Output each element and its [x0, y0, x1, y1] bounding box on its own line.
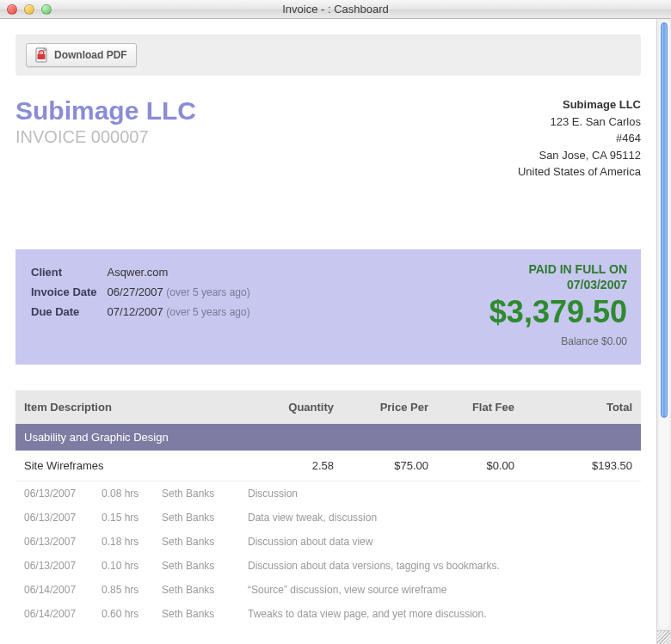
- download-pdf-label: Download PDF: [54, 49, 127, 61]
- window-controls: [0, 4, 52, 15]
- entry-date: 06/13/2007: [24, 560, 102, 572]
- entry-date: 06/14/2007: [24, 584, 102, 596]
- company-name: Subimage LLC: [15, 96, 196, 126]
- items-header: Item Description Quantity Price Per Flat…: [15, 390, 641, 424]
- scroll-thumb[interactable]: [661, 22, 668, 418]
- item-total: $193.50: [514, 459, 632, 472]
- entry-person: Seth Banks: [162, 584, 248, 596]
- resize-grip[interactable]: [657, 630, 671, 644]
- due-date-value: 07/12/2007: [108, 305, 163, 318]
- col-quantity: Quantity: [239, 401, 334, 414]
- time-entry: 06/14/2007 0.60 hrs Seth Banks Tweaks to…: [15, 602, 641, 626]
- entry-note: Discussion about data view: [248, 536, 632, 548]
- entry-note: Data view tweak, discussion: [248, 512, 632, 524]
- entry-hours: 0.85 hrs: [102, 584, 162, 596]
- col-flat: Flat Fee: [428, 401, 514, 414]
- window-minimize-button[interactable]: [24, 4, 34, 15]
- entry-date: 06/13/2007: [24, 512, 102, 524]
- item-quantity: 2.58: [239, 459, 334, 472]
- invoice-meta-panel: Client Asqwer.com Invoice Date 06/27/200…: [15, 249, 641, 365]
- vertical-scrollbar[interactable]: [656, 19, 671, 644]
- biz-name: Subimage LLC: [518, 96, 641, 113]
- time-entry: 06/13/2007 0.15 hrs Seth Banks Data view…: [15, 506, 641, 530]
- entry-note: “Source” discussion, view source wirefra…: [248, 584, 632, 596]
- col-total: Total: [514, 401, 632, 414]
- invoice-number: INVOICE 000007: [15, 127, 196, 147]
- paid-status-line2: 07/03/2007: [489, 277, 627, 292]
- due-date-ago: (over 5 years ago): [166, 306, 249, 318]
- invoice-date-ago: (over 5 years ago): [166, 286, 249, 298]
- section-title: Usability and Graphic Design: [15, 424, 641, 451]
- entry-person: Seth Banks: [162, 488, 248, 500]
- company-address-block: Subimage LLC 123 E. San Carlos #464 San …: [518, 96, 641, 181]
- entry-note: Tweaks to data view page, and yet more d…: [248, 608, 632, 620]
- download-bar: Download PDF: [15, 34, 641, 76]
- invoice-meta-left: Client Asqwer.com Invoice Date 06/27/200…: [29, 261, 261, 347]
- item-flat: $0.00: [428, 459, 514, 472]
- invoice-date-value: 06/27/2007: [108, 285, 163, 298]
- time-entry: 06/14/2007 0.85 hrs Seth Banks “Source” …: [15, 578, 641, 602]
- entry-hours: 0.10 hrs: [102, 560, 162, 572]
- address-country: United States of America: [518, 163, 641, 181]
- time-entry: 06/13/2007 0.08 hrs Seth Banks Discussio…: [15, 481, 641, 506]
- entry-person: Seth Banks: [162, 608, 248, 620]
- address-line-1: 123 E. San Carlos: [518, 113, 641, 131]
- entry-note: Discussion about data versions, tagging …: [248, 560, 632, 572]
- entry-date: 06/13/2007: [24, 536, 102, 548]
- invoice-header: Subimage LLC INVOICE 000007 Subimage LLC…: [15, 96, 641, 181]
- line-item: Site Wireframes 2.58 $75.00 $0.00 $193.5…: [15, 451, 641, 481]
- invoice-title-block: Subimage LLC INVOICE 000007: [15, 96, 196, 181]
- col-price: Price Per: [334, 401, 428, 414]
- entry-hours: 0.18 hrs: [102, 536, 162, 548]
- col-description: Item Description: [24, 401, 239, 414]
- invoice-balance: Balance $0.00: [489, 335, 627, 347]
- time-entry: 06/13/2007 0.10 hrs Seth Banks Discussio…: [15, 554, 641, 578]
- due-date-label: Due Date: [31, 303, 106, 321]
- entry-date: 06/14/2007: [24, 608, 102, 620]
- item-description: Site Wireframes: [24, 459, 239, 472]
- invoice-date-label: Invoice Date: [31, 283, 106, 301]
- entry-note: Discussion: [248, 488, 632, 500]
- entry-hours: 0.60 hrs: [102, 608, 162, 620]
- address-city: San Jose, CA 95112: [518, 147, 641, 164]
- scroll-track[interactable]: [659, 21, 669, 629]
- entry-person: Seth Banks: [162, 512, 248, 524]
- item-price: $75.00: [334, 459, 428, 472]
- window-titlebar: Invoice - : Cashboard: [0, 0, 671, 19]
- entry-hours: 0.15 hrs: [102, 512, 162, 524]
- entry-person: Seth Banks: [162, 536, 248, 548]
- pdf-icon: [35, 47, 49, 63]
- entry-person: Seth Banks: [162, 560, 248, 572]
- client-label: Client: [31, 263, 106, 281]
- entry-hours: 0.08 hrs: [102, 488, 162, 500]
- client-value: Asqwer.com: [108, 263, 259, 281]
- window-title: Invoice - : Cashboard: [0, 3, 671, 15]
- paid-status-line1: PAID IN FULL ON: [489, 261, 627, 277]
- address-line-2: #464: [518, 130, 641, 147]
- time-entry: 06/13/2007 0.18 hrs Seth Banks Discussio…: [15, 530, 641, 554]
- window-close-button[interactable]: [7, 4, 17, 15]
- invoice-meta-right: PAID IN FULL ON 07/03/2007 $3,379.50 Bal…: [489, 261, 627, 347]
- invoice-amount: $3,379.50: [489, 294, 627, 330]
- window-zoom-button[interactable]: [41, 4, 52, 15]
- page-content: Download PDF Subimage LLC INVOICE 000007…: [0, 19, 656, 644]
- download-pdf-button[interactable]: Download PDF: [26, 43, 137, 67]
- entry-date: 06/13/2007: [24, 488, 102, 500]
